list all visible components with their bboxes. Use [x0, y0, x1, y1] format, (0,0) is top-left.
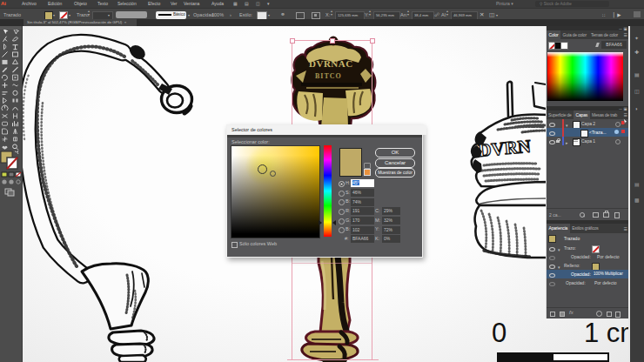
svg-text:BITCO: BITCO: [315, 72, 342, 80]
svg-text:DVRNAC: DVRNAC: [309, 58, 353, 69]
